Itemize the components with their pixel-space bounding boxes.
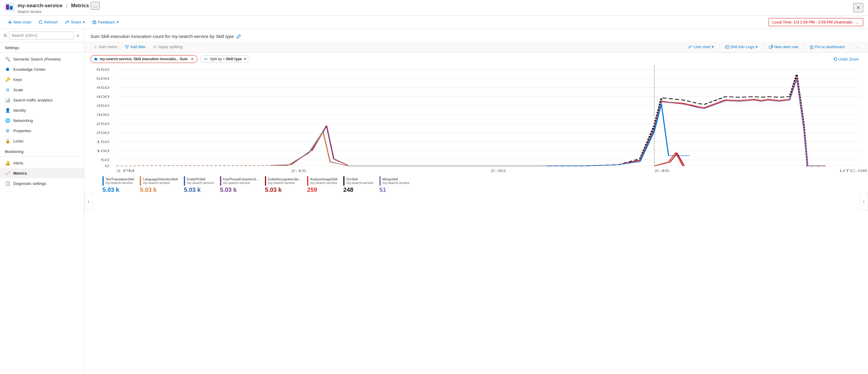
svg-text:50: 50 [101, 158, 110, 162]
semantic-search-icon: 🔍 [5, 56, 10, 62]
filter-pills-row: my-search-service, Skill execution invoc… [84, 53, 868, 65]
legend-color-row: TextTranslationSkill my-search-service [102, 176, 134, 186]
svg-rect-16 [725, 45, 729, 48]
sidebar: « Settings 🔍 Semantic Search (Preview) ⬟… [0, 29, 84, 374]
svg-rect-1 [6, 5, 9, 10]
plus-icon [8, 20, 12, 24]
svg-rect-19 [769, 46, 772, 48]
legend-color-row: KeyPhraseExtractionS... my-search-servic… [220, 176, 259, 186]
svg-text:450: 450 [96, 86, 109, 90]
traffic-analytics-icon: 📊 [5, 97, 10, 103]
new-alert-button[interactable]: New alert rule [766, 43, 801, 50]
more-options-button[interactable]: ... [852, 43, 862, 50]
main-toolbar: New chart Refresh Share ▾ Feedback ▾ Loc… [0, 16, 868, 29]
monitoring-divider [0, 156, 84, 157]
pin-dashboard-button[interactable]: Pin to dashboard [807, 43, 847, 50]
split-pill-icon [204, 57, 208, 61]
edit-icon[interactable] [236, 34, 241, 39]
line-chart-button[interactable]: Line chart ▾ [685, 43, 717, 50]
nav-arrow-left[interactable]: ‹ [84, 193, 93, 210]
sidebar-item-scale[interactable]: ⚖ Scale [0, 84, 84, 95]
chart-legend: TextTranslationSkill my-search-service 5… [84, 174, 868, 196]
legend-value: 5.03 k [102, 186, 134, 193]
legend-text-group: LanguageDetectionSkill my-search-service [143, 177, 178, 184]
filter-icon [125, 45, 129, 49]
chart-title-row: Sum Skill execution invocation count for… [90, 34, 862, 39]
legend-skill-label: MergeSkill [382, 177, 410, 181]
legend-color-row: EntityPIISkill my-search-service [184, 176, 214, 186]
legend-color-row: OcrSkill my-search-service [343, 176, 373, 186]
sidebar-item-knowledge-center[interactable]: ⬟ Knowledge Center [0, 64, 84, 74]
legend-color-bar [307, 176, 308, 186]
sidebar-item-properties[interactable]: ⚙ Properties [0, 126, 84, 136]
alert-icon [769, 45, 773, 49]
feedback-button[interactable]: Feedback ▾ [89, 19, 122, 26]
legend-item: KeyPhraseExtractionS... my-search-servic… [220, 176, 259, 193]
header-ellipsis-button[interactable]: ... [91, 2, 99, 10]
svg-rect-3 [6, 4, 9, 5]
refresh-button[interactable]: Refresh [36, 19, 61, 26]
share-button[interactable]: Share ▾ [62, 19, 88, 26]
settings-divider [0, 53, 84, 53]
legend-text-group: EntityRecognitionSki... my-search-servic… [268, 177, 301, 184]
legend-skill-label: EntityPIISkill [187, 177, 214, 181]
filter-pill-close[interactable]: ✕ [190, 57, 194, 61]
legend-item: EntityRecognitionSki... my-search-servic… [265, 176, 301, 193]
sidebar-item-keys[interactable]: 🔑 Keys [0, 74, 84, 84]
sidebar-item-locks[interactable]: 🔒 Locks [0, 136, 84, 146]
sidebar-item-diagnostic[interactable]: 📋 Diagnostic settings [0, 178, 84, 189]
identity-icon: 👤 [5, 107, 10, 113]
filter-pill-text: my-search-service, Skill execution invoc… [100, 57, 187, 61]
legend-item: LanguageDetectionSkill my-search-service… [140, 176, 178, 193]
collapse-sidebar-button[interactable]: « [75, 32, 81, 39]
sidebar-search-input[interactable] [9, 31, 73, 39]
legend-service-label: my-search-service [223, 181, 259, 184]
diagnostic-icon: 📋 [5, 181, 10, 186]
sidebar-item-metrics[interactable]: 📈 Metrics [0, 168, 84, 178]
sidebar-search-area: « [0, 29, 84, 42]
sidebar-item-identity[interactable]: 👤 Identity [0, 105, 84, 115]
chart-title-text: Sum Skill execution invocation count for… [90, 34, 234, 39]
legend-skill-label: OcrSkill [346, 177, 373, 181]
legend-color-bar [265, 176, 266, 186]
apply-splitting-button[interactable]: Apply splitting [150, 43, 185, 50]
legend-item: TextTranslationSkill my-search-service 5… [102, 176, 134, 193]
legend-text-group: MergeSkill my-search-service [382, 177, 410, 184]
legend-text-group: TextTranslationSkill my-search-service [105, 177, 134, 184]
sidebar-item-alerts[interactable]: 🔔 Alerts [0, 158, 84, 168]
legend-color-bar [220, 176, 221, 186]
title-group: my-search-service | Metrics ... Search s… [18, 2, 100, 14]
undo-zoom-button[interactable]: Undo Zoom [830, 56, 862, 63]
share-icon [65, 20, 69, 24]
legend-service-label: my-search-service [143, 181, 178, 184]
new-chart-button[interactable]: New chart [5, 19, 34, 26]
scale-icon: ⚖ [5, 87, 10, 93]
legend-item: AnalyzeImageSkill my-search-service 259 [307, 176, 337, 193]
legend-skill-label: LanguageDetectionSkill [143, 177, 178, 181]
close-button[interactable]: ✕ [853, 3, 863, 12]
add-metric-button[interactable]: Add metric [90, 43, 121, 50]
monitoring-section-label: Monitoring [0, 146, 84, 155]
top-header: my-search-service | Metrics ... Search s… [0, 0, 868, 16]
legend-service-label: my-search-service [382, 181, 410, 184]
sidebar-item-networking[interactable]: 🌐 Networking [0, 115, 84, 126]
svg-point-8 [94, 23, 94, 23]
refresh-icon [38, 20, 43, 24]
sidebar-item-semantic-search[interactable]: 🔍 Semantic Search (Preview) [0, 54, 84, 64]
content-area: ‹ Sum Skill execution invocation count f… [84, 29, 868, 374]
legend-color-bar [184, 176, 185, 186]
split-pill-close[interactable]: ✕ [244, 57, 247, 61]
drill-logs-button[interactable]: Drill into Logs ▾ [722, 43, 761, 50]
legend-value: 259 [307, 186, 337, 193]
svg-point-26 [96, 59, 97, 60]
legend-value: 5.03 k [265, 186, 301, 193]
share-chevron: ▾ [83, 20, 85, 24]
svg-text:350: 350 [96, 104, 109, 107]
sidebar-item-search-traffic[interactable]: 📊 Search traffic analytics [0, 95, 84, 105]
legend-color-row: EntityRecognitionSki... my-search-servic… [265, 176, 301, 186]
add-filter-button[interactable]: Add filter [122, 43, 149, 50]
legend-service-label: my-search-service [187, 181, 214, 184]
nav-arrow-right[interactable]: › [860, 193, 868, 210]
time-range-button[interactable]: Local Time: 1/3 1:59 PM - 2:59 PM (Autom… [769, 18, 863, 26]
svg-point-9 [4, 34, 6, 36]
